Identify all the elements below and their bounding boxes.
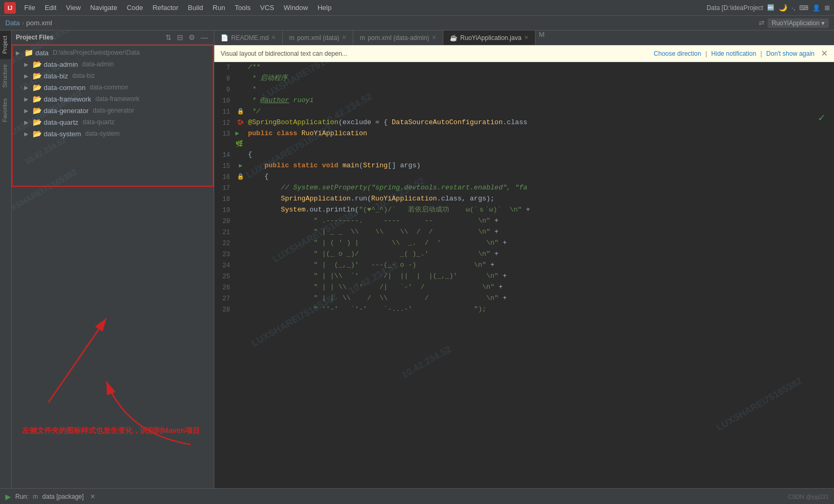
line-num-28: 28: [214, 304, 235, 315]
pom-data-tab-icon: m: [289, 34, 294, 42]
vertical-tab-strip: Project Structure Favorites: [0, 31, 12, 488]
notif-sep2: |: [760, 50, 762, 57]
line-content-14: {: [246, 149, 834, 160]
item-path-quartz: data-quartz: [83, 118, 115, 126]
close-panel-icon[interactable]: —: [199, 33, 210, 42]
line-num-25: 25: [214, 271, 235, 282]
collapse-icon[interactable]: ⊟: [175, 33, 185, 42]
code-line-18: 18 SpringApplication.run(RuoYiApplicatio…: [214, 194, 834, 205]
tab-close-pom-data[interactable]: ✕: [342, 34, 346, 41]
tree-item-data-biz[interactable]: ▶ 📂 data-biz data-biz: [12, 70, 214, 82]
tab-close-pom-admin[interactable]: ✕: [432, 34, 436, 41]
code-line-8: 8 * 启动程序: [214, 73, 834, 84]
item-path-system: data-system: [85, 130, 120, 137]
code-line-28: 28 " ''-' `'-' `-...-' ");: [214, 304, 834, 315]
run-icon[interactable]: ▶: [5, 492, 11, 501]
menu-help[interactable]: Help: [313, 2, 336, 13]
gutter-11: 🔒: [235, 106, 246, 117]
line-num-10: 10: [214, 95, 235, 106]
menu-file[interactable]: File: [20, 2, 39, 13]
tree-item-data-common[interactable]: ▶ 📂 data-common data-common: [12, 82, 214, 93]
item-path-common: data-common: [90, 84, 128, 91]
item-name-framework: data-framework: [44, 95, 91, 103]
tree-item-data[interactable]: ▶ 📁 data D:\ideaProject\windpower\Data: [12, 47, 214, 58]
tree-item-data-system[interactable]: ▶ 📂 data-system data-system: [12, 128, 214, 139]
breadcrumb-sep: ›: [22, 19, 24, 27]
editor-area: 📄 README.md ✕ m pom.xml (data) ✕ m pom.x…: [214, 31, 834, 488]
breadcrumb-data[interactable]: Data: [5, 19, 19, 27]
menu-refactor[interactable]: Refactor: [148, 2, 183, 13]
line-num-27: 27: [214, 293, 235, 304]
main-layout: Project Structure Favorites Project File…: [0, 31, 834, 488]
line-content-19: System.out.println("(♥^_^)/` 若依启动成功 ω(´ｓ…: [246, 205, 834, 215]
expand-arrow-quartz: ▶: [24, 119, 31, 125]
maven-folder-icon-admin: 📂: [33, 60, 42, 68]
line-content-15: public static void main(String[] args): [246, 160, 834, 171]
line-num-17: 17: [214, 183, 235, 194]
choose-direction-link[interactable]: Choose direction: [654, 50, 701, 57]
tab-pom-admin[interactable]: m pom.xml (data-admin) ✕: [353, 31, 443, 45]
menu-build[interactable]: Build: [184, 2, 207, 13]
tab-ruoyi-app[interactable]: ☕ RuoYiApplication.java ✕: [443, 31, 535, 45]
notification-bar: Visual layout of bidirectional text can …: [214, 45, 834, 62]
menu-code[interactable]: Code: [123, 2, 147, 13]
code-editor[interactable]: LUXSHARE\75165382 10.42.234.52 LUXSHARE\…: [214, 62, 834, 488]
item-name-quartz: data-quartz: [44, 118, 78, 126]
line-num-11: 11: [214, 106, 235, 117]
line-num-8: 8: [214, 73, 235, 84]
line-num-23: 23: [214, 249, 235, 260]
settings-icon[interactable]: ⚙: [187, 33, 197, 42]
line-content-21: " | _ _ \\ \\ \\ / / \n" +: [246, 227, 834, 237]
dont-show-again-link[interactable]: Don't show again: [766, 50, 815, 57]
expand-arrow: ▶: [16, 50, 22, 56]
vtab-project[interactable]: Project: [0, 31, 11, 59]
line-num-7: 7: [214, 62, 235, 73]
item-name-biz: data-biz: [44, 72, 68, 80]
hide-notification-link[interactable]: Hide notification: [711, 50, 756, 57]
code-line-20: 20 " .--------. ---- -- \n" +: [214, 216, 834, 227]
gutter-16: 🔒: [235, 172, 246, 182]
code-line-7: 7 /**: [214, 62, 834, 73]
item-path-framework: data-framework: [95, 95, 139, 103]
run-close-icon[interactable]: ✕: [90, 493, 95, 500]
tab-close-ruoyi[interactable]: ✕: [524, 34, 529, 41]
breadcrumb-pom[interactable]: pom.xml: [26, 19, 52, 27]
menu-view[interactable]: View: [62, 2, 85, 13]
tab-readme[interactable]: 📄 README.md ✕: [214, 31, 283, 45]
line-content-8: * 启动程序: [246, 73, 834, 84]
code-line-24: 24 " | (_,_)' ---(_- o -) \n" +: [214, 260, 834, 271]
tab-pom-data[interactable]: m pom.xml (data) ✕: [283, 31, 353, 45]
more-tabs-icon[interactable]: M: [535, 31, 548, 45]
sync-icon[interactable]: ⇄: [759, 19, 764, 27]
tab-label-pom-data: pom.xml (data): [297, 34, 339, 42]
menu-vcs[interactable]: VCS: [256, 2, 279, 13]
code-line-16: 16 🔒 {: [214, 172, 834, 183]
menu-tools[interactable]: Tools: [231, 2, 255, 13]
panel-title: Project Files: [16, 34, 53, 41]
code-line-15: 15 ▶ public static void main(String[] ar…: [214, 160, 834, 172]
menu-window[interactable]: Window: [280, 2, 312, 13]
maven-folder-icon-biz: 📂: [33, 72, 42, 80]
line-num-21: 21: [214, 227, 235, 238]
menu-edit[interactable]: Edit: [41, 2, 61, 13]
notification-close-icon[interactable]: ✕: [821, 48, 828, 58]
code-line-9: 9 *: [214, 84, 834, 95]
tree-item-data-framework[interactable]: ▶ 📂 data-framework data-framework: [12, 93, 214, 105]
tab-label-ruoyi: RuoYiApplication.java: [460, 34, 521, 42]
vtab-structure[interactable]: Structure: [0, 59, 11, 93]
menu-bar-right: Data [D:\ideaProject 🔤 🌙 ·, ⌨ 👤 ⊞: [707, 4, 830, 12]
tree-item-data-generator[interactable]: ▶ 📂 data-generator data-generator: [12, 105, 214, 116]
tree-item-data-quartz[interactable]: ▶ 📂 data-quartz data-quartz: [12, 116, 214, 128]
scroll-from-source-icon[interactable]: ⇅: [164, 33, 173, 42]
moon-icon: 🌙: [779, 4, 787, 12]
menu-run[interactable]: Run: [208, 2, 230, 13]
vtab-favorites[interactable]: Favorites: [0, 93, 11, 127]
tab-close-readme[interactable]: ✕: [271, 34, 276, 41]
menu-navigate[interactable]: Navigate: [86, 2, 121, 13]
project-tree: ▶ 📁 data D:\ideaProject\windpower\Data ▶…: [12, 45, 214, 488]
line-content-18: SpringApplication.run(RuoYiApplication.c…: [246, 194, 834, 204]
ruoyi-app-dropdown[interactable]: RuoYiApplication ▾: [768, 18, 829, 28]
tree-item-data-admin[interactable]: ▶ 📂 data-admin data-admin: [12, 58, 214, 70]
csdn-label: CSDN @yjg231: [788, 493, 829, 500]
code-line-27: 27 " | | \\ / \\ / \n" +: [214, 293, 834, 304]
